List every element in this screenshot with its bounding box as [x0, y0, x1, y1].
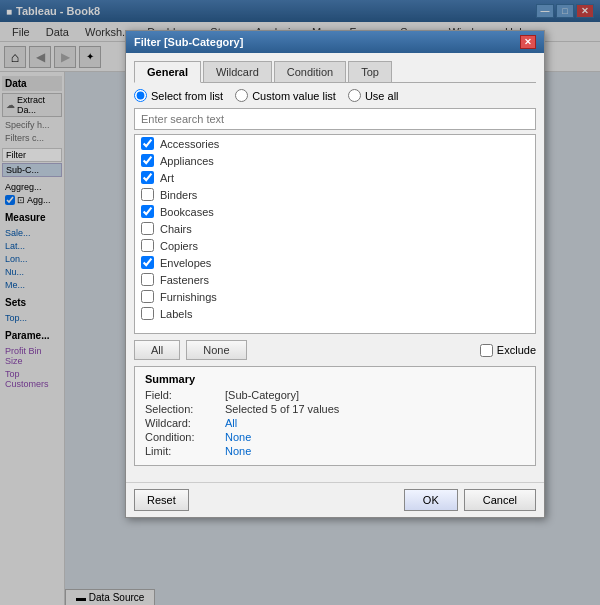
reset-button[interactable]: Reset	[134, 489, 189, 511]
dialog-close-button[interactable]: ✕	[520, 35, 536, 49]
item-envelopes-checkbox[interactable]	[141, 256, 154, 269]
summary-field-label: Field:	[145, 389, 225, 401]
summary-selection-value: Selected 5 of 17 values	[225, 403, 339, 415]
dialog-footer: Reset OK Cancel	[126, 482, 544, 517]
summary-condition-label: Condition:	[145, 431, 225, 443]
radio-use-all-input[interactable]	[348, 89, 361, 102]
radio-select-list-input[interactable]	[134, 89, 147, 102]
list-item: Bookcases	[135, 203, 535, 220]
tab-condition[interactable]: Condition	[274, 61, 346, 82]
list-item: Art	[135, 169, 535, 186]
item-furnishings-label: Furnishings	[160, 291, 217, 303]
list-item: Furnishings	[135, 288, 535, 305]
radio-use-all[interactable]: Use all	[348, 89, 399, 102]
item-accessories-checkbox[interactable]	[141, 137, 154, 150]
summary-condition-value[interactable]: None	[225, 431, 251, 443]
tab-top[interactable]: Top	[348, 61, 392, 82]
list-item: Chairs	[135, 220, 535, 237]
all-button[interactable]: All	[134, 340, 180, 360]
exclude-label: Exclude	[497, 344, 536, 356]
summary-limit-value[interactable]: None	[225, 445, 251, 457]
summary-condition-row: Condition: None	[145, 431, 525, 443]
item-labels-label: Labels	[160, 308, 192, 320]
item-copiers-label: Copiers	[160, 240, 198, 252]
modal-overlay: Filter [Sub-Category] ✕ General Wildcard…	[0, 0, 600, 605]
list-item: Appliances	[135, 152, 535, 169]
summary-selection-row: Selection: Selected 5 of 17 values	[145, 403, 525, 415]
item-art-checkbox[interactable]	[141, 171, 154, 184]
item-art-label: Art	[160, 172, 174, 184]
tab-general[interactable]: General	[134, 61, 201, 83]
item-copiers-checkbox[interactable]	[141, 239, 154, 252]
item-accessories-label: Accessories	[160, 138, 219, 150]
radio-group: Select from list Custom value list Use a…	[134, 89, 536, 102]
item-labels-checkbox[interactable]	[141, 307, 154, 320]
exclude-option: Exclude	[480, 344, 536, 357]
item-chairs-label: Chairs	[160, 223, 192, 235]
list-item: Accessories	[135, 135, 535, 152]
radio-custom[interactable]: Custom value list	[235, 89, 336, 102]
list-item: Labels	[135, 305, 535, 322]
dialog-titlebar: Filter [Sub-Category] ✕	[126, 31, 544, 53]
item-chairs-checkbox[interactable]	[141, 222, 154, 235]
item-fasteners-label: Fasteners	[160, 274, 209, 286]
item-furnishings-checkbox[interactable]	[141, 290, 154, 303]
dialog-title: Filter [Sub-Category]	[134, 36, 243, 48]
dialog-content: General Wildcard Condition Top Select fr…	[126, 53, 544, 482]
summary-selection-label: Selection:	[145, 403, 225, 415]
radio-custom-input[interactable]	[235, 89, 248, 102]
item-bookcases-checkbox[interactable]	[141, 205, 154, 218]
summary-wildcard-value[interactable]: All	[225, 417, 237, 429]
summary-title: Summary	[145, 373, 525, 385]
item-bookcases-label: Bookcases	[160, 206, 214, 218]
cancel-button[interactable]: Cancel	[464, 489, 536, 511]
exclude-checkbox[interactable]	[480, 344, 493, 357]
tab-bar: General Wildcard Condition Top	[134, 61, 536, 83]
list-item: Copiers	[135, 237, 535, 254]
list-controls: All None Exclude	[134, 340, 536, 360]
item-fasteners-checkbox[interactable]	[141, 273, 154, 286]
item-appliances-checkbox[interactable]	[141, 154, 154, 167]
item-appliances-label: Appliances	[160, 155, 214, 167]
summary-section: Summary Field: [Sub-Category] Selection:…	[134, 366, 536, 466]
ok-button[interactable]: OK	[404, 489, 458, 511]
item-binders-checkbox[interactable]	[141, 188, 154, 201]
filter-dialog: Filter [Sub-Category] ✕ General Wildcard…	[125, 30, 545, 518]
summary-field-row: Field: [Sub-Category]	[145, 389, 525, 401]
summary-limit-row: Limit: None	[145, 445, 525, 457]
items-list[interactable]: Accessories Appliances Art Binders Bookc…	[134, 134, 536, 334]
item-binders-label: Binders	[160, 189, 197, 201]
item-envelopes-label: Envelopes	[160, 257, 211, 269]
list-item: Binders	[135, 186, 535, 203]
tab-wildcard[interactable]: Wildcard	[203, 61, 272, 82]
search-input[interactable]	[134, 108, 536, 130]
none-button[interactable]: None	[186, 340, 246, 360]
list-item: Envelopes	[135, 254, 535, 271]
radio-select-list[interactable]: Select from list	[134, 89, 223, 102]
list-item: Fasteners	[135, 271, 535, 288]
summary-wildcard-row: Wildcard: All	[145, 417, 525, 429]
summary-field-value: [Sub-Category]	[225, 389, 299, 401]
summary-limit-label: Limit:	[145, 445, 225, 457]
summary-wildcard-label: Wildcard:	[145, 417, 225, 429]
